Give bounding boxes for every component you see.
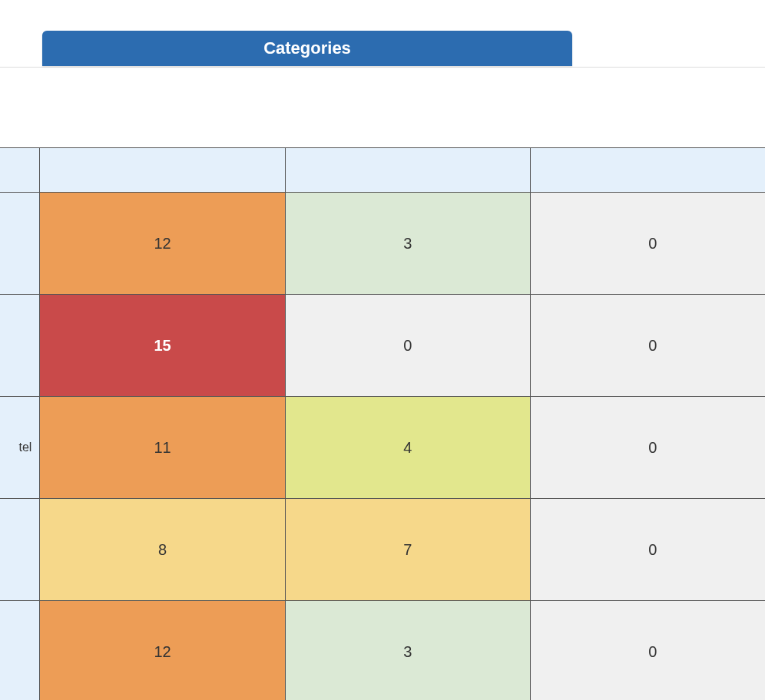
data-cell[interactable] — [530, 148, 765, 193]
data-cell[interactable] — [40, 148, 285, 193]
row-header-cell — [0, 148, 40, 193]
table-row: tel1140 — [0, 397, 765, 499]
data-cell[interactable]: 0 — [530, 295, 765, 397]
data-cell[interactable]: 12 — [40, 601, 285, 701]
data-cell[interactable]: 12 — [40, 193, 285, 295]
table-row: 870 — [0, 499, 765, 601]
data-cell[interactable]: 0 — [530, 601, 765, 701]
table-row: 1230 — [0, 193, 765, 295]
data-cell[interactable]: 11 — [40, 397, 285, 499]
table-row: 1230 — [0, 601, 765, 701]
row-header-cell — [0, 295, 40, 397]
categories-tab[interactable]: Categories — [42, 31, 572, 66]
data-cell[interactable]: 7 — [285, 499, 530, 601]
data-cell[interactable] — [285, 148, 530, 193]
row-header-cell — [0, 601, 40, 701]
row-header-cell — [0, 193, 40, 295]
data-cell[interactable]: 4 — [285, 397, 530, 499]
data-cell[interactable]: 0 — [530, 397, 765, 499]
heatmap-table-container: 12301500tel11408701230 — [0, 147, 765, 700]
table-row: 1500 — [0, 295, 765, 397]
data-cell[interactable]: 0 — [530, 193, 765, 295]
header-bar: Categories — [0, 0, 765, 68]
data-cell[interactable]: 0 — [530, 499, 765, 601]
row-header-cell: tel — [0, 397, 40, 499]
table-row — [0, 148, 765, 193]
heatmap-table: 12301500tel11408701230 — [0, 147, 765, 700]
data-cell[interactable]: 3 — [285, 193, 530, 295]
data-cell[interactable]: 8 — [40, 499, 285, 601]
data-cell[interactable]: 15 — [40, 295, 285, 397]
row-header-cell — [0, 499, 40, 601]
data-cell[interactable]: 0 — [285, 295, 530, 397]
tab-label: Categories — [263, 38, 351, 58]
data-cell[interactable]: 3 — [285, 601, 530, 701]
